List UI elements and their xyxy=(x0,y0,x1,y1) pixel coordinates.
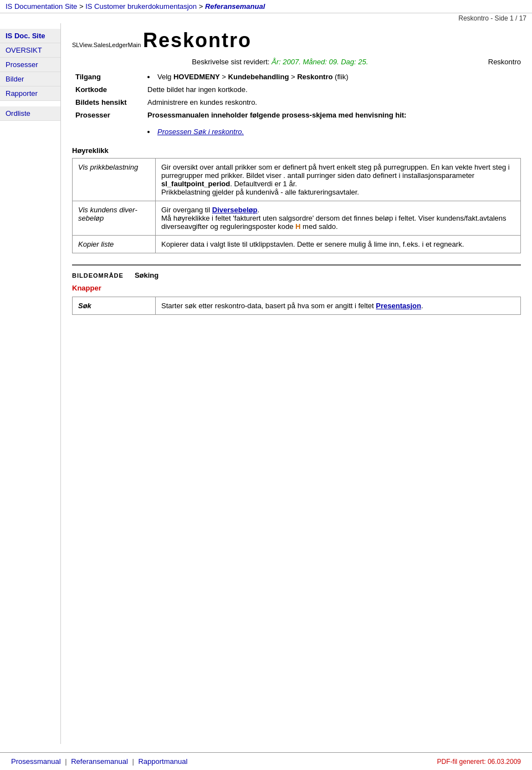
prosesser-bold-text: Prosessmanualen inneholder følgende pros… xyxy=(147,111,406,119)
tilgang-content: Velg HOVEDMENY > Kundebehandling > Resko… xyxy=(144,70,521,83)
buttons-table: Søk Starter søk etter reskontro-data, ba… xyxy=(72,297,521,315)
info-row-tilgang: Tilgang Velg HOVEDMENY > Kundebehandling… xyxy=(72,70,521,83)
revision-line: Beskrivelse sist revidert: År: 2007. Mån… xyxy=(72,58,521,66)
diversebelop-link[interactable]: Diversebeløp xyxy=(212,206,258,214)
info-row-prosesser: Prosesser Prosessmanualen inneholder føl… xyxy=(72,109,521,138)
bildets-hensikt-label: Bildets hensikt xyxy=(72,96,144,109)
content-area: SLView.SalesLedgerMain Reskontro Beskriv… xyxy=(61,23,532,744)
breadcrumb-site[interactable]: IS Documentation Site xyxy=(6,2,77,11)
kopier-liste-label: Kopier liste xyxy=(73,236,156,253)
hoyreklikk-label: Høyreklikk xyxy=(72,146,521,155)
diversebelop-label: Vis kundens diver­sebeløp xyxy=(73,201,156,236)
kopier-liste-content: Kopierer data i valgt liste til utklipps… xyxy=(156,236,521,253)
tilgang-label: Tilgang xyxy=(72,70,144,83)
bildeomrade-label: BILDEOMRÅDE xyxy=(72,272,124,279)
footer-sep2: | xyxy=(132,757,136,766)
prikkbelastning-label: Vis prikkbelastning xyxy=(73,159,156,201)
sidebar-item-is-doc-site[interactable]: IS Doc. Site xyxy=(0,29,60,43)
sok-button-label: Søk xyxy=(73,297,156,315)
button-row-sok: Søk Starter søk etter reskontro-data, ba… xyxy=(73,297,521,315)
kortkode-content: Dette bildet har ingen kortkode. xyxy=(144,83,521,96)
page-info: Reskontro - Side 1 / 17 xyxy=(0,13,532,23)
sidebar-item-rapporter[interactable]: Rapporter xyxy=(0,86,60,101)
breadcrumb: IS Documentation Site > IS Customer bruk… xyxy=(0,0,532,13)
footer-referansemanual[interactable]: Referansemanual xyxy=(71,757,128,766)
bildets-hensikt-content: Administrere en kundes reskontro. xyxy=(144,96,521,109)
prosessen-link[interactable]: Prosessen Søk i reskontro. xyxy=(157,128,244,136)
code-h: H xyxy=(295,222,300,231)
sidebar-item-oversikt[interactable]: OVERSIKT xyxy=(0,43,60,58)
sidebar-item-bilder[interactable]: Bilder xyxy=(0,72,60,86)
prikkbelastning-bold: sl_faultpoint_period xyxy=(161,180,230,188)
breadcrumb-customer[interactable]: IS Customer brukerdokumentasjon xyxy=(85,2,197,11)
context-menu-table: Vis prikkbelastning Gir oversikt over an… xyxy=(72,158,521,253)
footer: Prosessmanual | Referansemanual | Rappor… xyxy=(0,752,532,770)
bildeomrade-row: BILDEOMRÅDE Søking xyxy=(72,271,521,279)
sok-button-content: Starter søk etter reskontro-data, basert… xyxy=(156,297,521,315)
context-row-prikkbelastning: Vis prikkbelastning Gir oversikt over an… xyxy=(73,159,521,201)
info-row-bildets-hensikt: Bildets hensikt Administrere en kundes r… xyxy=(72,96,521,109)
revision-year-label: År: xyxy=(272,58,281,66)
sidebar: IS Doc. Site OVERSIKT Prosesser Bilder R… xyxy=(0,23,61,744)
prikkbelastning-content: Gir oversikt over antall prikker som er … xyxy=(156,159,521,201)
sidebar-item-prosesser[interactable]: Prosesser xyxy=(0,58,60,72)
sok-content-pre: Starter søk etter reskontro-data, basert… xyxy=(161,302,376,310)
prosesser-label: Prosesser xyxy=(72,109,144,138)
revision-right: Reskontro xyxy=(488,58,521,66)
revision-day-label: Dag: xyxy=(341,58,356,66)
info-row-kortkode: Kortkode Dette bildet har ingen kortkode… xyxy=(72,83,521,96)
revision-day: 25. xyxy=(358,58,368,66)
title-prefix: SLView.SalesLedgerMain xyxy=(72,42,141,48)
footer-rapportmanual[interactable]: Rapportmanual xyxy=(138,757,187,766)
revision-month: 09. xyxy=(329,58,339,66)
presentasjon-link[interactable]: Presentasjon xyxy=(376,302,421,310)
bildeomrade-value: Søking xyxy=(135,271,158,279)
revision-year: 2007. xyxy=(283,58,301,66)
knapper-label: Knapper xyxy=(72,284,521,292)
revision-label: Beskrivelse sist revidert: xyxy=(192,58,269,66)
footer-sep1: | xyxy=(65,757,69,766)
sok-content-post: . xyxy=(421,302,423,310)
main-title: Reskontro xyxy=(143,29,252,52)
tilgang-bullet: Velg HOVEDMENY > Kundebehandling > Resko… xyxy=(147,73,518,81)
prosesser-content: Prosessmanualen inneholder følgende pros… xyxy=(144,109,521,138)
footer-pdf: PDF-fil generert: 06.03.2009 xyxy=(437,758,521,766)
context-row-kopier-liste: Kopier liste Kopierer data i valgt liste… xyxy=(73,236,521,253)
section-divider xyxy=(72,264,521,266)
sidebar-item-ordliste[interactable]: Ordliste xyxy=(0,106,60,121)
footer-links: Prosessmanual | Referansemanual | Rappor… xyxy=(11,757,187,766)
breadcrumb-sep2: > xyxy=(199,2,205,11)
breadcrumb-sep1: > xyxy=(79,2,85,11)
title-area: SLView.SalesLedgerMain Reskontro xyxy=(72,29,521,52)
kortkode-label: Kortkode xyxy=(72,83,144,96)
breadcrumb-current[interactable]: Referansemanual xyxy=(205,2,265,11)
diversebelop-content: Gir overgang til Diversebeløp. Må høyrek… xyxy=(156,201,521,236)
revision-month-label: Måned: xyxy=(303,58,327,66)
info-table: Tilgang Velg HOVEDMENY > Kundebehandling… xyxy=(72,70,521,138)
context-row-diversebelop: Vis kundens diver­sebeløp Gir overgang t… xyxy=(73,201,521,236)
footer-prosessmanual[interactable]: Prosessmanual xyxy=(11,757,61,766)
